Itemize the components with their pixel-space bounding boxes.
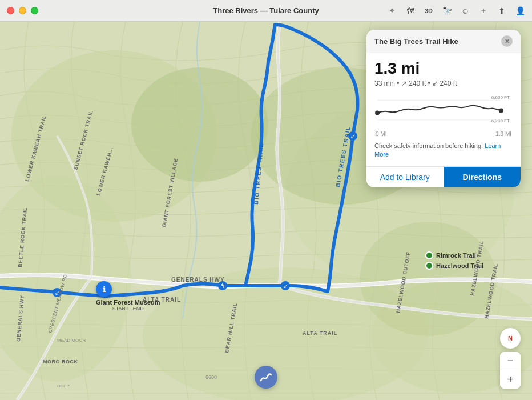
svg-text:DEEP: DEEP: [57, 383, 70, 389]
share-icon[interactable]: ⬆: [497, 6, 507, 16]
chart-x-labels: 0 MI 1.3 MI: [374, 131, 513, 137]
hazelwood-label: Hazelwood Trail: [436, 262, 483, 269]
zoom-out-button[interactable]: −: [500, 352, 521, 370]
svg-text:6,600 FT: 6,600 FT: [491, 95, 510, 100]
museum-poi-label: Giant Forest Museum: [96, 299, 160, 306]
info-card: The Big Trees Trail Hike ✕ 1.3 mi 33 min…: [366, 30, 521, 187]
svg-text:MEAD MOOR: MEAD MOOR: [57, 338, 86, 343]
stats-text: 33 min • ↗ 240 ft • ↙ 240 ft: [374, 79, 457, 87]
add-icon[interactable]: ＋: [478, 6, 489, 16]
svg-text:GENERALS HWY: GENERALS HWY: [171, 277, 225, 283]
map-container: Three Rivers — Tulare County ⌖ 🗺 3D 🔭 ☺ …: [0, 0, 532, 400]
elevation-chart: 6,600 FT 6,200 FT 0 MI 1.3 MI: [374, 93, 513, 137]
svg-point-41: [375, 110, 380, 115]
toolbar-icons: ⌖ 🗺 3D 🔭 ☺ ＋ ⬆ 👤: [387, 6, 525, 16]
compass[interactable]: N ↑: [500, 328, 521, 349]
minimize-traffic-light[interactable]: [19, 7, 26, 14]
svg-text:↙: ↙: [350, 133, 355, 139]
card-actions: Add to Library Directions: [366, 166, 521, 187]
rimrock-trail-poi[interactable]: Rimrock Trail: [425, 251, 476, 259]
close-button[interactable]: ✕: [501, 35, 513, 47]
card-body: 1.3 mi 33 min • ↗ 240 ft • ↙ 240 ft 6,60…: [366, 53, 521, 159]
svg-text:6600: 6600: [205, 374, 217, 380]
fullscreen-traffic-light[interactable]: [31, 7, 38, 14]
traffic-lights: [7, 7, 38, 14]
zoom-in-button[interactable]: +: [500, 370, 521, 389]
stats-display: 33 min • ↗ 240 ft • ↙ 240 ft: [374, 79, 513, 87]
chart-x-end: 1.3 MI: [495, 131, 511, 137]
svg-text:ALTA TRAIL: ALTA TRAIL: [303, 330, 337, 336]
card-header: The Big Trees Trail Hike ✕: [366, 30, 521, 53]
svg-text:MORO ROCK: MORO ROCK: [43, 359, 78, 365]
add-to-library-button[interactable]: Add to Library: [366, 167, 444, 187]
svg-text:6,200 FT: 6,200 FT: [491, 118, 510, 123]
directions-button[interactable]: Directions: [444, 167, 521, 187]
trail-routing-icon[interactable]: [255, 366, 277, 389]
map-controls: N ↑ − +: [500, 328, 521, 389]
safety-notice: Check safety information before hiking. …: [374, 142, 513, 159]
svg-point-42: [499, 108, 503, 113]
card-title: The Big Trees Trail Hike: [374, 37, 458, 46]
chart-x-start: 0 MI: [376, 131, 386, 137]
chart-svg: 6,600 FT 6,200 FT: [374, 93, 513, 127]
binoculars-icon[interactable]: 🔭: [442, 6, 452, 16]
hazelwood-trail-poi[interactable]: Hazelwood Trail: [425, 262, 483, 270]
svg-point-6: [131, 67, 268, 182]
hazelwood-dot: [425, 262, 433, 270]
map-icon[interactable]: 🗺: [405, 6, 416, 16]
rimrock-label: Rimrock Trail: [436, 252, 476, 259]
account-icon[interactable]: 👤: [515, 6, 525, 16]
museum-marker[interactable]: ℹ Giant Forest Museum START · END: [96, 281, 160, 311]
safety-text: Check safety information before hiking.: [374, 142, 483, 149]
3d-icon[interactable]: 3D: [424, 6, 434, 16]
rimrock-dot: [425, 251, 433, 259]
svg-text:↙: ↙: [283, 283, 288, 289]
face-icon[interactable]: ☺: [460, 6, 470, 16]
zoom-controls: − +: [500, 352, 521, 389]
navigation-icon[interactable]: ⌖: [387, 6, 397, 16]
titlebar: Three Rivers — Tulare County ⌖ 🗺 3D 🔭 ☺ …: [0, 0, 532, 22]
close-traffic-light[interactable]: [7, 7, 14, 14]
museum-poi-sublabel: START · END: [96, 306, 160, 311]
window-title: Three Rivers — Tulare County: [213, 6, 319, 15]
svg-text:↰: ↰: [220, 283, 225, 289]
distance-display: 1.3 mi: [374, 60, 513, 78]
museum-poi-icon: ℹ: [96, 281, 112, 297]
compass-needle: ↑: [509, 339, 511, 343]
